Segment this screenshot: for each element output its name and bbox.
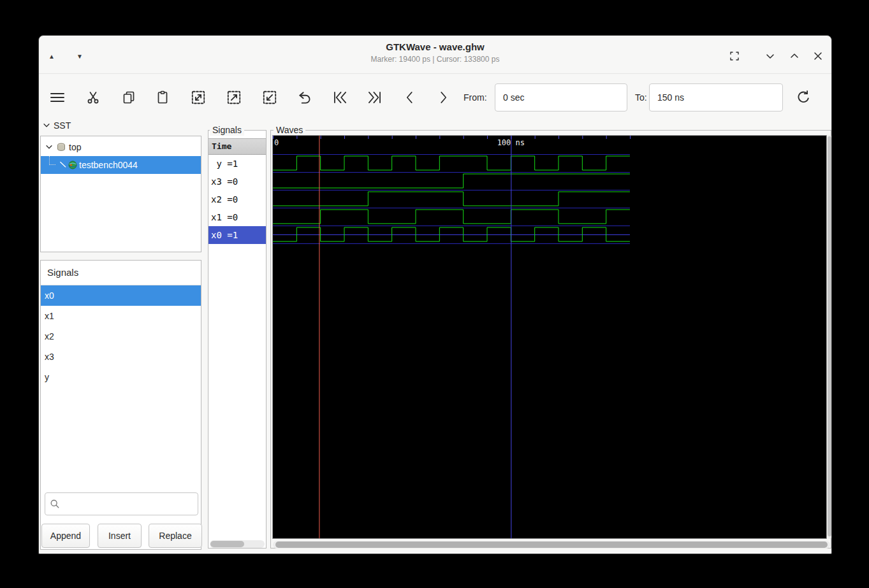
restore-button[interactable] (726, 48, 743, 64)
expander-down-icon (45, 143, 54, 152)
gtkwave-window: ▲ ▼ GTKWave - wave.ghw Marker: 19400 ps … (38, 35, 832, 554)
search-icon (50, 499, 60, 509)
maximize-button[interactable] (786, 48, 803, 64)
signals-list: x0 x1 x2 x3 y (41, 285, 201, 387)
signals-panel: Signals x0 x1 x2 x3 y Append Insert Repl… (40, 260, 201, 550)
expander-right-icon (57, 161, 66, 169)
chevron-left-icon (402, 89, 416, 106)
copy-icon (121, 90, 136, 105)
chevron-down-icon (764, 50, 777, 62)
zoom-fit-icon (190, 89, 207, 106)
tree-item-top[interactable]: top (41, 138, 201, 156)
testbench-icon (68, 160, 78, 170)
svg-text:0: 0 (274, 138, 279, 147)
wave-name-x2[interactable]: x2 =0 (208, 190, 266, 208)
module-icon (56, 142, 66, 152)
replace-button[interactable]: Replace (149, 524, 202, 548)
skip-to-start-icon (330, 89, 349, 106)
sst-expander[interactable]: SST (42, 118, 71, 133)
waves-vertical-scrollbar[interactable] (828, 135, 831, 539)
sst-tree: top testbench0044 (40, 136, 201, 252)
window-title: GTKWave - wave.ghw (39, 41, 831, 52)
list-item-x1[interactable]: x1 (41, 306, 201, 326)
shift-left-button[interactable] (398, 86, 421, 109)
wave-name-x3[interactable]: x3 =0 (208, 173, 266, 190)
append-button[interactable]: Append (41, 524, 90, 548)
close-icon (812, 50, 824, 62)
scrollbar-thumb[interactable] (210, 541, 244, 547)
wave-name-rows: y =1 x3 =0 x2 =0 x1 =0 x0 =1 (208, 155, 266, 244)
reload-icon (795, 89, 812, 106)
tree-item-label: top (69, 142, 81, 152)
zoom-out-button[interactable] (258, 86, 281, 109)
scrollbar-thumb[interactable] (828, 136, 831, 536)
waves-frame: Waves 0100 ns (270, 130, 831, 549)
skip-to-end-icon (365, 89, 384, 106)
zoom-to-end-button[interactable] (361, 86, 388, 109)
svg-text:100 ns: 100 ns (497, 138, 525, 147)
scrollbar-thumb[interactable] (275, 541, 828, 548)
zoom-in-icon (226, 89, 242, 106)
wave-name-x1[interactable]: x1 =0 (208, 208, 266, 226)
wave-display: 0100 ns (272, 135, 827, 539)
marker-cursor-status: Marker: 19400 ps | Cursor: 133800 ps (39, 55, 831, 64)
from-label: From: (464, 83, 487, 111)
triangle-down-icon: ▼ (77, 53, 83, 60)
tree-item-label: testbench0044 (79, 160, 138, 170)
restore-icon (729, 50, 740, 62)
signals-panel-title: Signals (47, 267, 78, 278)
wave-canvas[interactable]: 0100 ns (273, 136, 826, 538)
waves-frame-label: Waves (274, 124, 305, 136)
from-time-input[interactable] (495, 83, 627, 111)
signal-search-input[interactable] (45, 492, 198, 515)
cut-button[interactable] (82, 86, 105, 109)
tree-item-testbench[interactable]: testbench0044 (41, 156, 201, 174)
sst-label: SST (54, 120, 71, 131)
undo-icon (296, 89, 313, 106)
copy-button[interactable] (117, 86, 140, 109)
zoom-in-button[interactable] (223, 86, 245, 109)
hamburger-menu-icon (48, 90, 66, 105)
reload-button[interactable] (792, 86, 815, 109)
zoom-out-icon (261, 89, 278, 106)
list-item-y[interactable]: y (41, 367, 201, 387)
wave-names-frame: Signals Time y =1 x3 =0 x2 =0 x1 =0 x0 =… (208, 130, 267, 549)
menu-button[interactable] (46, 86, 69, 109)
list-item-x3[interactable]: x3 (41, 347, 201, 367)
shift-right-button[interactable] (432, 86, 455, 109)
shade-down-button[interactable]: ▼ (71, 48, 88, 64)
to-label: To: (635, 83, 647, 111)
chevron-up-icon (788, 50, 801, 62)
waves-horizontal-scrollbar[interactable] (273, 541, 830, 549)
list-item-x2[interactable]: x2 (41, 326, 201, 347)
time-column-header[interactable]: Time (208, 138, 266, 155)
wave-name-x0[interactable]: x0 =1 (208, 226, 266, 244)
shade-up-button[interactable]: ▲ (43, 48, 60, 64)
undo-button[interactable] (293, 86, 316, 109)
titlebar: ▲ ▼ GTKWave - wave.ghw Marker: 19400 ps … (39, 36, 831, 74)
paste-button[interactable] (151, 86, 174, 109)
insert-button[interactable]: Insert (98, 524, 142, 548)
zoom-to-start-button[interactable] (326, 86, 353, 109)
list-item-x0[interactable]: x0 (41, 285, 201, 306)
zoom-fit-button[interactable] (187, 86, 210, 109)
wave-name-y[interactable]: y =1 (208, 155, 266, 173)
unshade-button[interactable] (762, 48, 778, 64)
triangle-up-icon: ▲ (48, 53, 55, 60)
names-horizontal-scrollbar[interactable] (210, 540, 265, 548)
to-time-input[interactable] (649, 83, 783, 111)
chevron-right-icon (437, 89, 451, 106)
wave-names-frame-label: Signals (210, 124, 244, 136)
toolbar: From: To: (39, 74, 831, 118)
clipboard-icon (155, 90, 170, 105)
tree-connector (49, 156, 55, 165)
expander-down-icon (42, 121, 51, 130)
close-button[interactable] (810, 48, 826, 64)
scissors-icon (85, 90, 101, 105)
